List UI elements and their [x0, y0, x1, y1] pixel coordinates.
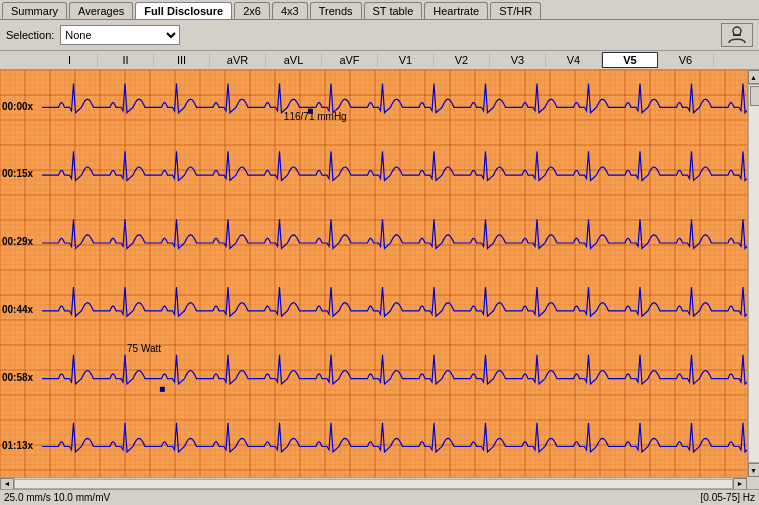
tab-summary[interactable]: Summary: [2, 2, 67, 19]
lead-label-avl[interactable]: aVL: [266, 53, 322, 67]
tab-full-disclosure[interactable]: Full Disclosure: [135, 2, 232, 19]
annotation-0: 116/71 mmHg: [284, 111, 347, 122]
scroll-right-button[interactable]: ►: [733, 478, 747, 490]
time-label-3: 00:44x: [2, 304, 33, 315]
lead-label-iii[interactable]: III: [154, 53, 210, 67]
tab-st/hr[interactable]: ST/HR: [490, 2, 541, 19]
lead-label-v4[interactable]: V4: [546, 53, 602, 67]
tab-heartrate[interactable]: Heartrate: [424, 2, 488, 19]
selection-label: Selection:: [6, 29, 54, 41]
time-label-0: 00:00x: [2, 101, 33, 112]
lead-label-ii[interactable]: II: [98, 53, 154, 67]
vertical-scrollbar[interactable]: ▲ ▼: [747, 70, 759, 477]
tab-trends[interactable]: Trends: [310, 2, 362, 19]
patient-icon: [727, 26, 747, 44]
horizontal-scrollbar[interactable]: ◄ ►: [0, 477, 747, 489]
ecg-canvas-wrapper: 00:00x00:15x00:29x00:44x00:58x01:13x 116…: [0, 70, 759, 489]
status-bar: 25.0 mm/s 10.0 mm/mV [0.05-75] Hz: [0, 489, 759, 505]
time-label-2: 00:29x: [2, 236, 33, 247]
scroll-left-button[interactable]: ◄: [0, 478, 14, 490]
scroll-up-button[interactable]: ▲: [748, 70, 760, 84]
lead-label-v6[interactable]: V6: [658, 53, 714, 67]
scroll-down-button[interactable]: ▼: [748, 463, 760, 477]
lead-label-v3[interactable]: V3: [490, 53, 546, 67]
time-label-4: 00:58x: [2, 372, 33, 383]
scroll-track-h[interactable]: [14, 479, 733, 489]
lead-label-i[interactable]: I: [42, 53, 98, 67]
svg-rect-1: [733, 34, 741, 36]
time-label-5: 01:13x: [2, 440, 33, 451]
tab-4x3[interactable]: 4x3: [272, 2, 308, 19]
tab-averages[interactable]: Averages: [69, 2, 133, 19]
lead-label-avf[interactable]: aVF: [322, 53, 378, 67]
ecg-grid: [0, 70, 747, 477]
selection-bar: Selection: NoneSelection 1Selection 2: [0, 19, 759, 50]
svg-point-0: [733, 27, 741, 35]
time-label-1: 00:15x: [2, 168, 33, 179]
lead-label-v5[interactable]: V5: [602, 52, 658, 68]
ecg-scroll-area: 00:00x00:15x00:29x00:44x00:58x01:13x 116…: [0, 70, 759, 489]
ecg-container: 00:00x00:15x00:29x00:44x00:58x01:13x 116…: [0, 70, 759, 489]
lead-label-v2[interactable]: V2: [434, 53, 490, 67]
status-left: 25.0 mm/s 10.0 mm/mV: [4, 492, 110, 503]
patient-button[interactable]: [721, 23, 753, 47]
lead-label-v1[interactable]: V1: [378, 53, 434, 67]
annotation-1: 75 Watt: [127, 343, 161, 354]
tab-st-table[interactable]: ST table: [364, 2, 423, 19]
scroll-thumb-v[interactable]: [750, 86, 760, 106]
selection-dropdown[interactable]: NoneSelection 1Selection 2: [60, 25, 180, 45]
scroll-track-v[interactable]: [748, 84, 760, 463]
status-right: [0.05-75] Hz: [701, 492, 755, 503]
lead-label-avr[interactable]: aVR: [210, 53, 266, 67]
lead-labels: IIIIIIaVRaVLaVFV1V2V3V4V5V6: [0, 50, 759, 70]
tab-2x6[interactable]: 2x6: [234, 2, 270, 19]
tab-bar: SummaryAveragesFull Disclosure2x64x3Tren…: [0, 0, 759, 19]
